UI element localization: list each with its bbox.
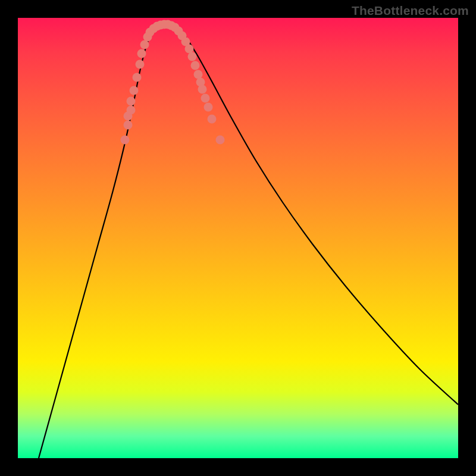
bottleneck-curve bbox=[39, 25, 458, 458]
scatter-dot bbox=[137, 49, 146, 58]
scatter-dot bbox=[127, 97, 136, 106]
scatter-dot bbox=[191, 61, 200, 70]
scatter-dot bbox=[127, 106, 136, 115]
scatter-dot bbox=[198, 85, 207, 94]
bottleneck-chart bbox=[18, 18, 458, 458]
scatter-dot bbox=[194, 70, 203, 79]
scatter-dot bbox=[208, 115, 217, 124]
scatter-dot bbox=[204, 103, 213, 112]
scatter-dot bbox=[140, 40, 149, 49]
scatter-dot bbox=[121, 136, 130, 145]
scatter-dot bbox=[185, 45, 194, 54]
scatter-dot bbox=[216, 136, 225, 145]
watermark-text: TheBottleneck.com bbox=[352, 4, 469, 18]
scatter-dot bbox=[133, 73, 142, 82]
scatter-dot bbox=[124, 121, 133, 130]
scatter-dot bbox=[130, 86, 139, 95]
scatter-dot bbox=[136, 60, 145, 69]
scatter-dots bbox=[121, 20, 225, 145]
scatter-dot bbox=[201, 94, 210, 103]
scatter-dot bbox=[188, 52, 197, 61]
